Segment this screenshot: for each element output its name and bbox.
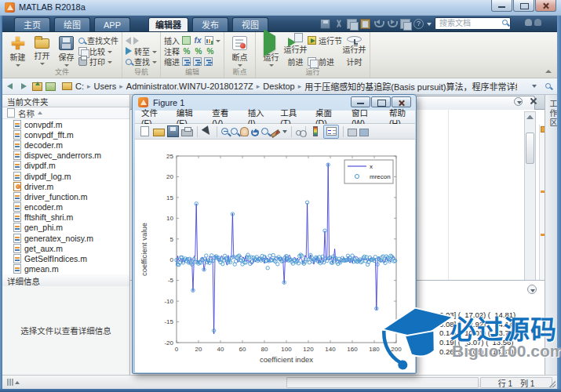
zoom-out-icon[interactable] bbox=[231, 128, 238, 135]
zoom-in-icon[interactable] bbox=[221, 128, 228, 135]
pan-icon[interactable] bbox=[240, 127, 249, 136]
file-row[interactable]: generatex_noisy.m bbox=[2, 233, 129, 243]
file-row[interactable]: GetSelfIndices.m bbox=[2, 253, 129, 263]
indent-left-icon[interactable] bbox=[204, 57, 213, 66]
indent-right-icon[interactable] bbox=[193, 57, 202, 66]
hide-plot-tools-icon[interactable] bbox=[348, 129, 357, 136]
indent-row[interactable]: 缩进 bbox=[164, 56, 220, 67]
editor-tab-close-icon[interactable] bbox=[529, 96, 538, 106]
run-and-time-button[interactable]: 运行并 计时 bbox=[342, 34, 366, 67]
file-row[interactable]: gmean.m bbox=[2, 264, 129, 274]
scroll-up-icon[interactable] bbox=[526, 115, 534, 119]
figure-window[interactable]: Figure 1 文件(F)编辑(E)查看(V)插入(I)工具(T)桌面(D)窗… bbox=[132, 94, 417, 374]
insert-section-icon[interactable] bbox=[182, 36, 191, 45]
qat-switch-window-icon[interactable] bbox=[400, 19, 410, 29]
qat-help-icon[interactable]: ? bbox=[413, 19, 424, 29]
qat-save-icon[interactable] bbox=[320, 19, 330, 29]
insert-chart-icon[interactable] bbox=[205, 36, 213, 45]
workspace-strip[interactable]: 工作区 bbox=[545, 95, 557, 375]
minimize-button[interactable] bbox=[491, 0, 512, 12]
file-row[interactable]: driver.m bbox=[2, 181, 129, 191]
doc-search-input[interactable]: 搜索文档 bbox=[435, 17, 511, 30]
data-cursor-icon[interactable] bbox=[261, 128, 268, 135]
comment-icon[interactable]: % bbox=[182, 47, 191, 56]
edit-plot-icon[interactable] bbox=[202, 125, 213, 137]
maximize-button[interactable] bbox=[513, 0, 534, 12]
nav-back-icon[interactable] bbox=[5, 81, 16, 92]
file-row[interactable]: convpdf.m bbox=[2, 119, 129, 129]
details-header[interactable]: 详细信息 bbox=[2, 274, 129, 287]
breadcrumb-segment[interactable]: Desktop▸ bbox=[263, 82, 304, 91]
forward-icon[interactable] bbox=[133, 37, 139, 45]
close-button[interactable] bbox=[535, 0, 556, 12]
qat-redo-icon[interactable] bbox=[387, 19, 397, 29]
file-row[interactable]: divpdf.m bbox=[2, 161, 129, 171]
file-row[interactable]: divpdf_log.m bbox=[2, 171, 129, 181]
new-figure-icon[interactable] bbox=[140, 126, 149, 136]
title-bar[interactable]: MATLAB R2018a bbox=[0, 0, 561, 16]
breadcrumb-segment[interactable]: Administrator.WIN7U-20180127Z▸ bbox=[126, 82, 264, 91]
ribbon-tab[interactable]: 编辑器 bbox=[148, 17, 188, 31]
folder-up-icon[interactable] bbox=[32, 82, 42, 91]
resize-grip[interactable] bbox=[549, 381, 556, 387]
address-dropdown-caret[interactable] bbox=[532, 85, 537, 88]
file-row[interactable]: encoder.m bbox=[2, 202, 129, 212]
nav-forward-icon[interactable] bbox=[18, 81, 29, 92]
user-login-icon[interactable] bbox=[523, 19, 547, 28]
search-icon[interactable] bbox=[502, 20, 508, 25]
ribbon-tab[interactable]: 发布 bbox=[192, 17, 228, 31]
file-row[interactable]: convpdf_fft.m bbox=[2, 129, 129, 140]
new-button[interactable]: 新建 bbox=[5, 34, 30, 67]
smart-indent-icon[interactable] bbox=[182, 57, 191, 66]
editor-tab-menu-icon[interactable] bbox=[514, 97, 523, 106]
file-row[interactable]: driver_function.m bbox=[2, 191, 129, 201]
file-row[interactable]: fftshift_shri.m bbox=[2, 212, 129, 223]
navigate-arrows[interactable] bbox=[126, 35, 157, 45]
compare-button[interactable]: 比较 bbox=[78, 46, 118, 56]
file-row[interactable]: decoder.m bbox=[2, 140, 129, 150]
back-icon[interactable] bbox=[126, 37, 131, 45]
breakpoints-button[interactable]: 断点 bbox=[228, 34, 252, 67]
run-button[interactable]: 运行 bbox=[259, 34, 283, 67]
breadcrumb-segment[interactable]: 用于压缩感知的基追踪(Basis pursuit)算法，程序非常详细，仅供参考▸ bbox=[304, 80, 517, 93]
brush-caret[interactable] bbox=[282, 130, 287, 133]
command-window-menu-icon[interactable] bbox=[527, 285, 537, 294]
save-figure-icon[interactable] bbox=[167, 125, 179, 137]
wrap-comment-icon[interactable]: % bbox=[206, 47, 215, 56]
file-row[interactable]: gen_phi.m bbox=[2, 223, 129, 233]
find-files-button[interactable]: 查找文件 bbox=[78, 35, 118, 45]
collapse-ribbon-icon[interactable] bbox=[544, 67, 553, 75]
figure-canvas[interactable]: 020406080100120140160180200-20-15-10-505… bbox=[135, 140, 415, 372]
uncomment-icon[interactable]: % bbox=[194, 47, 203, 56]
ribbon-tab[interactable]: APP bbox=[94, 17, 130, 31]
file-row[interactable]: get_aux.m bbox=[2, 243, 129, 253]
rotate-3d-icon[interactable] bbox=[251, 129, 259, 136]
file-row[interactable]: dispvec_anderrors.m bbox=[2, 151, 129, 161]
comment-row[interactable]: 注释 % % % bbox=[164, 46, 220, 56]
brush-data-icon[interactable] bbox=[271, 129, 281, 138]
insert-row[interactable]: 插入 fx bbox=[164, 35, 220, 45]
scrollbar-thumb[interactable] bbox=[526, 132, 534, 164]
current-folder-header[interactable]: 当前文件夹 bbox=[2, 95, 129, 107]
qat-undo-icon[interactable] bbox=[373, 19, 384, 29]
run-and-advance-button[interactable]: 运行并 前进 bbox=[283, 34, 308, 67]
print-figure-icon[interactable] bbox=[181, 129, 193, 136]
qat-paste-icon[interactable] bbox=[360, 19, 370, 29]
find-button[interactable]: 查找 bbox=[126, 56, 157, 67]
save-button[interactable]: 保存 bbox=[54, 34, 78, 67]
qat-dropdown-caret[interactable] bbox=[427, 23, 432, 26]
insert-function-icon[interactable]: fx bbox=[193, 36, 202, 45]
qat-copy-icon[interactable] bbox=[347, 19, 357, 29]
address-search-icon[interactable] bbox=[545, 83, 551, 89]
ribbon-tab[interactable]: 主页 bbox=[14, 17, 50, 31]
print-button[interactable]: 打印 bbox=[78, 56, 118, 67]
breadcrumb-segment[interactable]: Users▸ bbox=[94, 82, 126, 91]
advance-button[interactable]: 前进 bbox=[308, 56, 342, 67]
status-grip-icon[interactable] bbox=[7, 379, 18, 387]
ribbon-tab[interactable]: 绘图 bbox=[54, 17, 90, 31]
insert-colorbar-icon[interactable] bbox=[313, 126, 318, 136]
name-column-header[interactable]: 名称 bbox=[2, 107, 129, 119]
goto-button[interactable]: 转至 bbox=[126, 46, 157, 56]
link-plot-icon[interactable] bbox=[296, 130, 301, 136]
open-button[interactable]: 打开 bbox=[30, 34, 54, 67]
